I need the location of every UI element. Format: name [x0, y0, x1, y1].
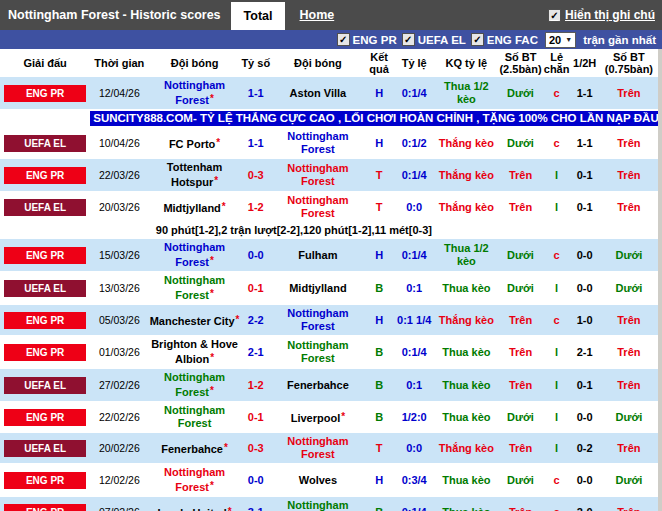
over-under-2-5: Dưới	[497, 464, 543, 497]
score-cell: 1-1	[241, 128, 271, 159]
result-letter: T	[365, 433, 393, 464]
team-name: Fenerbahce	[287, 379, 349, 391]
league-cell: UEFA EL	[0, 192, 90, 223]
checkbox-checked-icon[interactable]: ✓	[337, 33, 350, 46]
half-time-score: 0-0	[570, 464, 600, 497]
team1-cell: Midtjylland*	[148, 192, 240, 223]
match-row: ENG PR12/02/26Nottingham Forest*0-0Wolve…	[0, 464, 658, 497]
result-letter: B	[365, 272, 393, 305]
half-time-score: 1-1	[570, 77, 600, 110]
odd-even: l	[544, 336, 570, 369]
over-under-2-5: Dưới	[497, 77, 543, 110]
match-date: 27/02/26	[90, 369, 148, 402]
over-under-0-75: Trên	[600, 192, 658, 223]
score-cell: 2-2	[241, 305, 271, 336]
match-row: ENG PR15/03/26Nottingham Forest*0-0Fulha…	[0, 239, 658, 272]
match-row: UEFA EL27/02/26Nottingham Forest*1-2Fene…	[0, 369, 658, 402]
show-notes-toggle[interactable]: ✓ Hiển thị ghi chú	[548, 0, 662, 30]
league-cell: UEFA EL	[0, 128, 90, 159]
league-filter-engpr[interactable]: ✓ ENG PR	[337, 33, 397, 46]
odd-even: c	[544, 128, 570, 159]
match-date: 22/03/26	[90, 159, 148, 192]
team1-cell: Brighton & Hove Albion*	[148, 336, 240, 369]
tab-total[interactable]: Total	[231, 2, 286, 30]
match-row: ENG PR05/03/26Manchester City*2-2Notting…	[0, 305, 658, 336]
tab-home[interactable]: Home	[285, 0, 348, 30]
league-filter-uefael[interactable]: ✓ UEFA EL	[402, 33, 466, 46]
result-letter: T	[365, 159, 393, 192]
handicap-odds: 0:1/4	[393, 77, 435, 110]
star-marker: *	[210, 352, 214, 363]
score-cell: 0-1	[241, 272, 271, 305]
over-under-0-75: Trên	[600, 336, 658, 369]
score-cell: 0-1	[241, 402, 271, 433]
titlebar-spacer	[348, 0, 548, 30]
show-notes-label: Hiển thị ghi chú	[565, 8, 655, 22]
over-under-0-75: Trên	[600, 369, 658, 402]
col-half: 1/2H	[570, 49, 600, 77]
team1-cell: Nottingham Forest	[148, 402, 240, 433]
team-name: Fulham	[298, 249, 337, 261]
tab-strip: Total Home	[231, 0, 349, 30]
team1-cell: FC Porto*	[148, 128, 240, 159]
team-name: Liverpool	[291, 412, 341, 424]
league-filter-engfac[interactable]: ✓ ENG FAC	[471, 33, 538, 46]
match-date: 10/04/26	[90, 128, 148, 159]
league-cell-empty	[0, 110, 90, 128]
handicap-result: Thua kèo	[435, 464, 497, 497]
team-name: Nottingham Forest	[164, 79, 225, 106]
match-row: ENG PR22/02/26Nottingham Forest0-1Liverp…	[0, 402, 658, 433]
checkbox-checked-icon[interactable]: ✓	[548, 9, 561, 22]
checkbox-checked-icon[interactable]: ✓	[402, 33, 415, 46]
team-name: Nottingham Forest	[164, 404, 225, 429]
checkbox-checked-icon[interactable]: ✓	[471, 33, 484, 46]
half-time-score: 0-0	[570, 402, 600, 433]
over-under-0-75: Trên	[600, 128, 658, 159]
star-marker: *	[341, 411, 345, 422]
score-cell: 3-1	[241, 497, 271, 511]
over-under-0-75: Trên	[600, 497, 658, 511]
team-name: Wolves	[299, 474, 337, 486]
team-name: Nottingham Forest	[164, 274, 225, 301]
over-under-2-5: Dưới	[497, 128, 543, 159]
ad-banner-cell[interactable]: SUNCITY888.COM- TỶ LỆ THẮNG CỰC CAO , LỐ…	[90, 110, 658, 128]
handicap-result: Thua kèo	[435, 272, 497, 305]
odd-even: c	[544, 239, 570, 272]
col-goals-0-75: Số BT (0.75bàn)	[600, 49, 658, 77]
col-score: Tỷ số	[241, 49, 271, 77]
match-date: 07/02/26	[90, 497, 148, 511]
over-under-0-75: Dưới	[600, 272, 658, 305]
team2-cell: Nottingham Forest	[271, 159, 365, 192]
half-time-score: 0-0	[570, 272, 600, 305]
league-badge: ENG PR	[4, 312, 86, 329]
half-time-score: 0-2	[570, 433, 600, 464]
team1-cell: Manchester City*	[148, 305, 240, 336]
match-row: UEFA EL20/02/26Fenerbahce*0-3Nottingham …	[0, 433, 658, 464]
ad-banner-text[interactable]: SUNCITY888.COM- TỶ LỆ THẮNG CỰC CAO , LỐ…	[90, 111, 658, 126]
match-row: UEFA EL13/03/26Nottingham Forest*0-1Midt…	[0, 272, 658, 305]
col-odds: Tỷ lệ	[393, 49, 435, 77]
match-date: 12/02/26	[90, 464, 148, 497]
over-under-0-75: Trên	[600, 159, 658, 192]
team-name: Nottingham Forest	[287, 435, 348, 460]
over-under-2-5: Trên	[497, 369, 543, 402]
score-cell: 1-2	[241, 369, 271, 402]
team2-cell: Nottingham Forest	[271, 128, 365, 159]
result-letter: H	[365, 305, 393, 336]
team-name: Nottingham Forest	[287, 307, 348, 332]
team-name: Nottingham Forest	[164, 371, 225, 398]
team1-cell: Nottingham Forest*	[148, 77, 240, 110]
odd-even: l	[544, 159, 570, 192]
team-name: Nottingham Forest	[287, 130, 348, 155]
team2-cell: Midtjylland	[271, 272, 365, 305]
over-under-0-75: Trên	[600, 433, 658, 464]
col-league: Giải đấu	[0, 49, 90, 77]
team1-cell: Fenerbahce*	[148, 433, 240, 464]
odd-even: l	[544, 272, 570, 305]
result-letter: H	[365, 77, 393, 110]
note-text: 90 phút[1-2],2 trận lượt[2-2],120 phút[1…	[90, 223, 497, 239]
result-letter: B	[365, 369, 393, 402]
league-badge: UEFA EL	[4, 199, 86, 216]
match-count-select[interactable]: 20 ▼	[545, 32, 576, 48]
team2-cell: Nottingham Forest	[271, 433, 365, 464]
